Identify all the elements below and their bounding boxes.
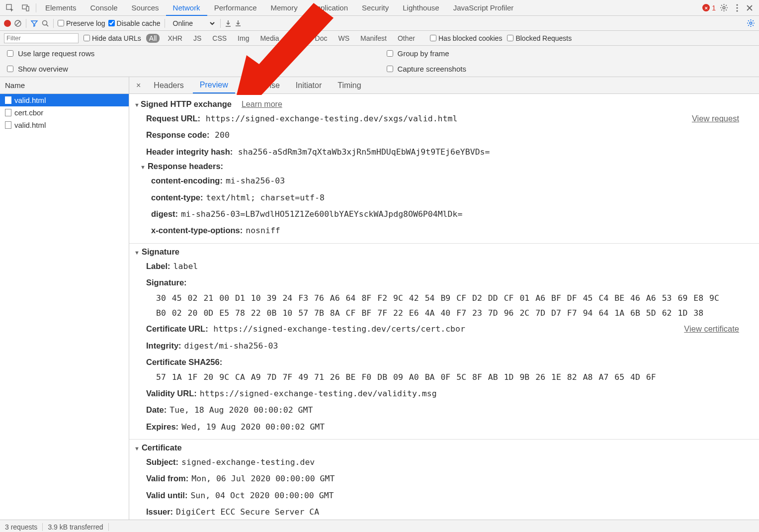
type-doc[interactable]: Doc bbox=[312, 34, 331, 43]
tab-console[interactable]: Console bbox=[84, 0, 125, 15]
tab-lighthouse[interactable]: Lighthouse bbox=[396, 0, 446, 15]
type-xhr[interactable]: XHR bbox=[165, 34, 185, 43]
network-settings-gear-icon[interactable] bbox=[747, 19, 755, 27]
list-item[interactable]: valid.html bbox=[0, 94, 129, 106]
type-manifest[interactable]: Manifest bbox=[357, 34, 390, 43]
network-toolbar: Preserve log Disable cache Online bbox=[0, 16, 759, 31]
detail-pane: × Headers Preview Response Initiator Tim… bbox=[129, 77, 759, 520]
view-certificate-link[interactable]: View certificate bbox=[684, 322, 739, 335]
more-menu-icon[interactable] bbox=[732, 2, 742, 14]
detail-tabs: × Headers Preview Response Initiator Tim… bbox=[129, 77, 759, 94]
disable-cache-checkbox[interactable]: Disable cache bbox=[108, 19, 161, 27]
throttling-select[interactable]: Online bbox=[169, 18, 216, 28]
header-value: text/html; charset=utf-8 bbox=[206, 193, 325, 202]
main-area: Name valid.html cert.cbor valid.html × H… bbox=[0, 77, 759, 520]
status-requests: 3 requests bbox=[5, 523, 43, 531]
issuer-label: Issuer: bbox=[146, 507, 173, 516]
export-icon[interactable] bbox=[235, 19, 242, 27]
file-icon bbox=[5, 96, 11, 104]
import-icon[interactable] bbox=[225, 19, 232, 27]
tab-network[interactable]: Network bbox=[166, 0, 207, 16]
tab-memory[interactable]: Memory bbox=[264, 0, 305, 15]
use-large-rows-label: Use large request rows bbox=[18, 49, 94, 58]
list-item[interactable]: valid.html bbox=[0, 119, 129, 131]
close-detail-icon[interactable]: × bbox=[132, 79, 145, 92]
view-request-link[interactable]: View request bbox=[692, 112, 739, 125]
detail-tab-initiator[interactable]: Initiator bbox=[289, 78, 329, 93]
close-devtools-icon[interactable] bbox=[742, 2, 757, 13]
hide-data-urls-checkbox[interactable]: Hide data URLs bbox=[84, 34, 141, 42]
tab-sources[interactable]: Sources bbox=[125, 0, 166, 15]
sig-hex: 30 45 02 21 00 D1 10 39 24 F3 76 A6 64 8… bbox=[129, 291, 759, 306]
capture-screenshots-checkbox[interactable]: Capture screenshots bbox=[380, 61, 759, 77]
request-url-value: https://signed-exchange-testing.dev/sxgs… bbox=[206, 114, 458, 123]
device-toggle-icon[interactable] bbox=[18, 2, 34, 14]
type-js[interactable]: JS bbox=[190, 34, 204, 43]
sig-hex: B0 02 20 0D E5 78 22 0B 10 57 7B 8A CF B… bbox=[129, 306, 759, 321]
detail-tab-headers[interactable]: Headers bbox=[147, 78, 190, 93]
signature-title: Signature bbox=[142, 247, 179, 256]
expires-label: Expires: bbox=[146, 422, 178, 431]
filter-toggle-icon[interactable] bbox=[30, 19, 38, 27]
tab-js-profiler[interactable]: JavaScript Profiler bbox=[446, 0, 521, 15]
detail-tab-response[interactable]: Response bbox=[237, 78, 287, 93]
header-integrity-label: Header integrity hash: bbox=[146, 147, 233, 156]
collapse-icon[interactable]: ▼ bbox=[140, 164, 146, 170]
group-by-frame-label: Group by frame bbox=[398, 49, 449, 58]
header-key: x-content-type-options: bbox=[151, 226, 243, 235]
preserve-log-label: Preserve log bbox=[66, 19, 105, 27]
filter-input[interactable] bbox=[4, 33, 79, 43]
cert-url-label: Certificate URL: bbox=[146, 324, 208, 333]
svg-line-10 bbox=[47, 24, 49, 26]
svg-point-9 bbox=[43, 20, 47, 25]
file-name: valid.html bbox=[14, 121, 46, 129]
valid-from-value: Mon, 06 Jul 2020 00:00:00 GMT bbox=[191, 474, 335, 483]
show-overview-label: Show overview bbox=[18, 65, 68, 73]
type-img[interactable]: Img bbox=[235, 34, 252, 43]
type-other[interactable]: Other bbox=[395, 34, 418, 43]
blocked-requests-checkbox[interactable]: Blocked Requests bbox=[507, 34, 572, 42]
show-overview-checkbox[interactable]: Show overview bbox=[0, 61, 380, 77]
type-ws[interactable]: WS bbox=[336, 34, 353, 43]
inspect-icon[interactable] bbox=[2, 2, 18, 14]
sig-label-value: label bbox=[173, 262, 198, 271]
tab-application[interactable]: Application bbox=[305, 0, 355, 15]
type-css[interactable]: CSS bbox=[209, 34, 230, 43]
header-value: mi-sha256-03=LB7wdlHO51Z1Ze600lbYAEYsckW… bbox=[181, 209, 462, 219]
use-large-rows-checkbox[interactable]: Use large request rows bbox=[0, 46, 380, 61]
issuer-value: DigiCert ECC Secure Server CA bbox=[176, 507, 319, 517]
integrity-value: digest/mi-sha256-03 bbox=[184, 341, 278, 351]
detail-tab-preview[interactable]: Preview bbox=[193, 78, 235, 93]
svg-point-11 bbox=[750, 22, 752, 24]
validity-url-value: https://signed-exchange-testing.dev/vali… bbox=[200, 389, 437, 398]
has-blocked-cookies-checkbox[interactable]: Has blocked cookies bbox=[430, 34, 502, 42]
search-icon[interactable] bbox=[41, 19, 49, 27]
list-item[interactable]: cert.cbor bbox=[0, 106, 129, 119]
request-list-sidebar: Name valid.html cert.cbor valid.html bbox=[0, 77, 129, 520]
preview-content: ▼Signed HTTP exchange Learn more Request… bbox=[129, 94, 759, 520]
tab-performance[interactable]: Performance bbox=[207, 0, 264, 15]
clear-icon[interactable] bbox=[14, 19, 22, 27]
collapse-icon[interactable]: ▼ bbox=[134, 445, 140, 451]
record-button[interactable] bbox=[4, 20, 11, 27]
certificate-section: ▼Certificate Subject:signed-exchange-tes… bbox=[129, 440, 759, 520]
error-badge[interactable]: × 1 bbox=[702, 4, 716, 12]
type-font[interactable]: Font bbox=[287, 34, 307, 43]
sig-label-label: Label: bbox=[146, 262, 170, 270]
collapse-icon[interactable]: ▼ bbox=[134, 250, 140, 256]
sidebar-header[interactable]: Name bbox=[0, 77, 129, 94]
tab-security[interactable]: Security bbox=[355, 0, 396, 15]
group-by-frame-checkbox[interactable]: Group by frame bbox=[380, 46, 759, 61]
tab-elements[interactable]: Elements bbox=[38, 0, 84, 15]
detail-tab-timing[interactable]: Timing bbox=[331, 78, 368, 93]
certificate-title: Certificate bbox=[142, 443, 182, 452]
learn-more-link[interactable]: Learn more bbox=[242, 100, 282, 109]
type-media[interactable]: Media bbox=[257, 34, 282, 43]
collapse-icon[interactable]: ▼ bbox=[134, 102, 140, 108]
header-key: content-type: bbox=[151, 193, 203, 202]
settings-gear-icon[interactable] bbox=[716, 1, 732, 14]
header-key: digest: bbox=[151, 209, 178, 218]
preserve-log-checkbox[interactable]: Preserve log bbox=[58, 19, 105, 27]
type-all[interactable]: All bbox=[146, 34, 160, 43]
file-name: cert.cbor bbox=[14, 108, 43, 117]
